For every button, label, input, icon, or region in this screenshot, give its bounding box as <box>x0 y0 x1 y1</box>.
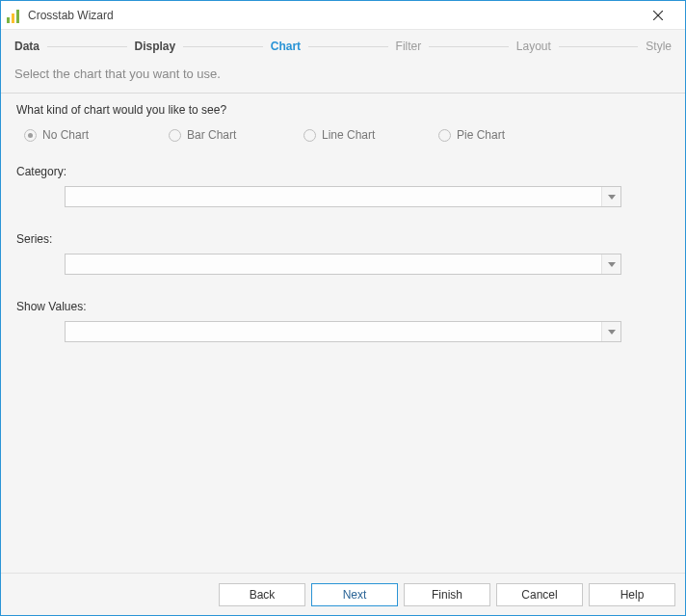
radio-pie-chart[interactable]: Pie Chart <box>438 128 554 142</box>
radio-bar-chart[interactable]: Bar Chart <box>169 128 303 142</box>
radio-label: Bar Chart <box>187 128 236 142</box>
footer: Back Next Finish Cancel Help <box>1 573 685 615</box>
close-button[interactable] <box>639 2 677 29</box>
finish-button[interactable]: Finish <box>404 583 490 606</box>
category-label: Category: <box>16 165 670 178</box>
radio-icon <box>24 129 37 142</box>
show-values-select[interactable] <box>65 321 621 342</box>
series-select[interactable] <box>65 254 621 275</box>
back-button[interactable]: Back <box>219 583 305 606</box>
chevron-down-icon <box>608 330 616 335</box>
step-bar: Data Display Chart Filter Layout Style <box>1 30 685 63</box>
radio-no-chart[interactable]: No Chart <box>24 128 169 142</box>
radio-icon <box>303 129 316 142</box>
dropdown-button[interactable] <box>601 322 620 341</box>
field-show-values: Show Values: <box>16 300 670 342</box>
step-subtitle: Select the chart that you want to use. <box>1 63 685 93</box>
wizard-window: Crosstab Wizard Data Display Chart Filte… <box>0 0 686 616</box>
step-separator <box>429 46 509 47</box>
step-separator <box>47 46 127 47</box>
content-area: What kind of chart would you like to see… <box>1 94 685 573</box>
radio-label: Pie Chart <box>457 128 505 142</box>
step-style[interactable]: Style <box>640 40 677 53</box>
app-icon <box>7 8 22 23</box>
cancel-button[interactable]: Cancel <box>496 583 583 606</box>
category-select[interactable] <box>65 186 621 207</box>
field-category: Category: <box>16 165 670 207</box>
field-series: Series: <box>16 232 670 275</box>
help-button[interactable]: Help <box>589 583 675 606</box>
radio-icon <box>438 129 451 142</box>
dropdown-button[interactable] <box>601 187 620 206</box>
step-data[interactable]: Data <box>9 40 45 53</box>
window-title: Crosstab Wizard <box>28 9 639 22</box>
show-values-value <box>66 322 601 341</box>
step-separator <box>308 46 388 47</box>
show-values-label: Show Values: <box>16 300 670 313</box>
dropdown-button[interactable] <box>601 254 620 274</box>
close-icon <box>653 11 663 20</box>
radio-label: Line Chart <box>322 128 375 142</box>
chart-type-radios: No Chart Bar Chart Line Chart Pie Chart <box>16 128 670 142</box>
step-separator <box>183 46 263 47</box>
svg-marker-3 <box>608 262 616 267</box>
series-label: Series: <box>16 232 670 246</box>
step-filter[interactable]: Filter <box>390 40 428 53</box>
next-button[interactable]: Next <box>311 583 398 606</box>
step-separator <box>559 46 639 47</box>
chevron-down-icon <box>608 195 616 200</box>
titlebar: Crosstab Wizard <box>1 1 685 30</box>
step-layout[interactable]: Layout <box>511 40 557 53</box>
radio-icon <box>169 129 181 142</box>
series-value <box>66 254 601 274</box>
radio-line-chart[interactable]: Line Chart <box>303 128 438 142</box>
step-chart[interactable]: Chart <box>265 40 306 53</box>
svg-marker-2 <box>608 195 616 200</box>
chevron-down-icon <box>608 262 616 267</box>
radio-label: No Chart <box>42 128 89 142</box>
category-value <box>66 187 601 206</box>
step-display[interactable]: Display <box>129 40 182 53</box>
svg-marker-4 <box>608 330 616 335</box>
chart-question: What kind of chart would you like to see… <box>16 103 670 117</box>
